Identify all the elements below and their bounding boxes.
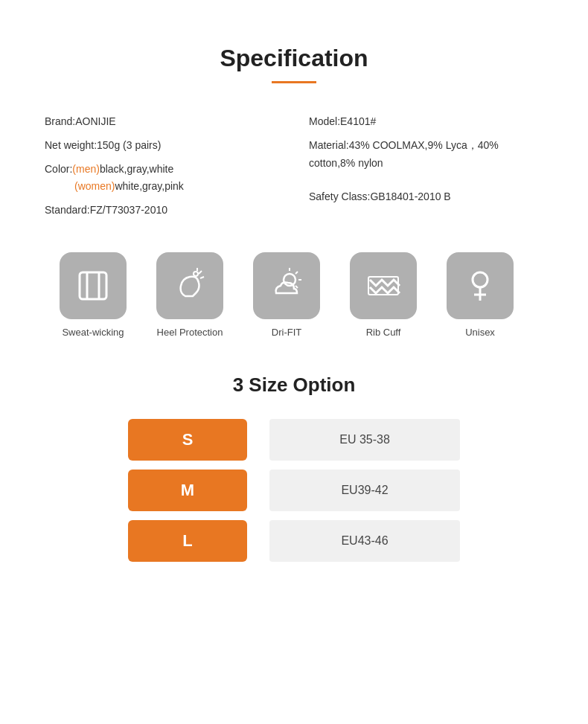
- heel-protection-icon-box: [156, 252, 223, 319]
- rib-cuff-icon: [364, 266, 403, 305]
- spec-safety-value: GB18401-2010 B: [370, 190, 450, 202]
- svg-point-7: [284, 274, 295, 286]
- spec-color-label: Color:: [45, 163, 72, 175]
- page-title: Specification: [45, 45, 543, 72]
- spec-model: Model:E4101#: [309, 110, 543, 134]
- svg-line-11: [295, 286, 298, 288]
- spec-color-women: (women)white,gray,pink: [45, 178, 279, 196]
- spec-weight: Net weight:150g (3 pairs): [45, 134, 279, 158]
- size-row-s: S EU 35-38: [128, 419, 460, 461]
- unisex-icon: [461, 266, 499, 305]
- spec-weight-label: Net weight:: [45, 139, 97, 151]
- heel-protection-label: Heel Protection: [157, 327, 223, 338]
- spec-color-women-label: (women): [74, 180, 115, 192]
- dri-fit-icon-box: [253, 252, 320, 319]
- feature-unisex: Unisex: [439, 252, 521, 338]
- spec-brand: Brand:AONIJIE: [45, 110, 279, 134]
- spec-color-men-label: (men): [72, 163, 100, 175]
- size-section-title: 3 Size Option: [45, 374, 543, 397]
- size-btn-l[interactable]: L: [128, 520, 247, 562]
- spec-standard: Standard:FZ/T73037-2010: [45, 199, 279, 222]
- svg-line-4: [200, 277, 204, 278]
- spec-color: Color:(men)black,gray,white (women)white…: [45, 158, 279, 199]
- spec-model-value: E4101#: [340, 115, 376, 127]
- spec-left-col: Brand:AONIJIE Net weight:150g (3 pairs) …: [45, 110, 279, 222]
- spec-color-men-value: black,gray,white: [100, 163, 173, 175]
- dri-fit-icon: [267, 266, 306, 305]
- unisex-icon-box: [447, 252, 514, 319]
- size-range-m: EU39-42: [269, 470, 460, 511]
- svg-line-3: [199, 271, 202, 274]
- feature-dri-fit: Dri-FIT: [246, 252, 327, 338]
- features-row: Sweat-wicking Heel Protection: [45, 252, 543, 338]
- sweat-wicking-icon: [74, 266, 112, 305]
- feature-heel-protection: Heel Protection: [149, 252, 231, 338]
- page-wrapper: Specification Brand:AONIJIE Net weight:1…: [0, 0, 588, 592]
- feature-sweat-wicking: Sweat-wicking: [52, 252, 134, 338]
- spec-material-label: Material:: [309, 139, 349, 151]
- spec-standard-value: FZ/T73037-2010: [90, 204, 167, 216]
- sweat-wicking-icon-box: [60, 252, 127, 319]
- spec-standard-label: Standard:: [45, 204, 90, 216]
- title-underline: [272, 81, 316, 83]
- size-range-l: EU43-46: [269, 520, 460, 562]
- spec-model-label: Model:: [309, 115, 340, 127]
- svg-point-6: [194, 272, 198, 276]
- spec-material: Material:43% COOLMAX,9% Lyca，40% cotton,…: [309, 134, 543, 176]
- spec-brand-value: AONIJIE: [75, 115, 115, 127]
- spec-brand-label: Brand:: [45, 115, 75, 127]
- size-row-l: L EU43-46: [128, 520, 460, 562]
- spec-right-col: Model:E4101# Material:43% COOLMAX,9% Lyc…: [309, 110, 543, 222]
- dri-fit-label: Dri-FIT: [272, 327, 301, 338]
- heel-protection-icon: [170, 266, 209, 305]
- spec-grid: Brand:AONIJIE Net weight:150g (3 pairs) …: [45, 110, 543, 222]
- size-range-s: EU 35-38: [269, 419, 460, 461]
- svg-rect-0: [80, 272, 106, 299]
- rib-cuff-icon-box: [350, 252, 417, 319]
- spec-safety-label: Safety Class:: [309, 190, 370, 202]
- size-btn-s[interactable]: S: [128, 419, 247, 461]
- size-row-m: M EU39-42: [128, 470, 460, 511]
- sweat-wicking-label: Sweat-wicking: [62, 327, 124, 338]
- svg-line-10: [295, 272, 298, 274]
- rib-cuff-label: Rib Cuff: [366, 327, 401, 338]
- spec-color-women-value: white,gray,pink: [115, 180, 183, 192]
- spec-weight-value: 150g (3 pairs): [97, 139, 161, 151]
- size-btn-m[interactable]: M: [128, 470, 247, 511]
- unisex-label: Unisex: [465, 327, 495, 338]
- spec-safety: Safety Class:GB18401-2010 B: [309, 185, 543, 209]
- svg-point-13: [473, 272, 488, 287]
- size-rows: S EU 35-38 M EU39-42 L EU43-46: [45, 419, 543, 562]
- feature-rib-cuff: Rib Cuff: [342, 252, 424, 338]
